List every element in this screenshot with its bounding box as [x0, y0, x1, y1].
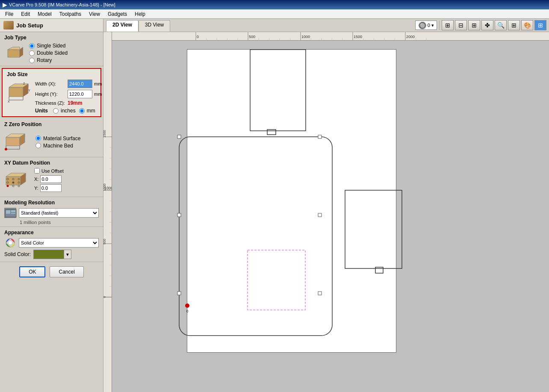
ruler-horizontal: 0500100015002000 [112, 32, 549, 41]
panel-title: Job Setup [16, 22, 43, 29]
x-offset-input[interactable] [40, 175, 62, 183]
width-input[interactable] [68, 80, 92, 88]
appearance-section: Appearance Solid Color Texture [0, 227, 103, 262]
svg-text:2000: 2000 [406, 35, 415, 39]
resolution-select[interactable]: Standard (fastest) High Very High Highes… [19, 208, 99, 218]
thickness-value: 19mm [68, 100, 83, 106]
svg-text:1000: 1000 [104, 186, 112, 190]
svg-text:500: 500 [249, 35, 255, 39]
xy-datum-content: Use Offset X: Y: [4, 168, 99, 194]
job-size-content: X Y Z Width (X): mm Height [7, 80, 96, 114]
ruler-vertical: 0500100015001000 [103, 32, 112, 392]
modeling-resolution-section: Modeling Resolution Standard (fastest) H… [0, 197, 103, 227]
snap-label: 0 ▾ [428, 23, 434, 28]
fit-selection-button[interactable]: ⊟ [455, 20, 467, 30]
svg-point-26 [12, 182, 15, 184]
job-type-section: Job Type Single Sided [0, 32, 103, 66]
job-type-single[interactable]: Single Sided [29, 43, 68, 49]
handle-ml [177, 213, 181, 217]
button-row: OK Cancel [0, 262, 103, 282]
cancel-button[interactable]: Cancel [50, 266, 83, 277]
menu-gadgets[interactable]: Gadgets [104, 10, 130, 18]
svg-point-36 [9, 241, 12, 245]
z-zero-img [4, 130, 28, 154]
svg-rect-32 [6, 210, 10, 214]
x-offset-label: X: [34, 177, 38, 182]
handle-bl [177, 292, 181, 295]
z-zero-content: Material Surface Machine Bed [4, 130, 99, 154]
ruler-v-svg: 0500100015001000 [103, 32, 112, 392]
xy-datum-icon [4, 168, 31, 193]
shape-bottom-right-rect [345, 190, 402, 268]
right-area: 2D View 3D View 🔘 0 ▾ ⊞ ⊟ ⊞ ✤ 🔍 ⊞ 🎨 ⊞ [103, 19, 549, 392]
job-type-double[interactable]: Double Sided [29, 50, 68, 56]
shape-top-rect [250, 50, 306, 131]
modeling-resolution-label: Modeling Resolution [4, 200, 99, 206]
layers-button[interactable]: ⊞ [508, 20, 520, 30]
color-swatch [34, 250, 64, 259]
drawing-svg: 0 [112, 41, 549, 392]
unit-mm[interactable]: mm [79, 108, 95, 114]
svg-text:1500: 1500 [103, 130, 106, 138]
height-unit: mm [94, 91, 102, 97]
handle-tl [177, 135, 181, 139]
appearance-type-select[interactable]: Solid Color Texture [19, 238, 99, 248]
job-size-img: X Y Z [7, 80, 32, 114]
svg-marker-0 [8, 50, 20, 57]
zero-label: 0 [186, 309, 188, 313]
shape-bottom-notch [375, 267, 383, 273]
fit-view-button[interactable]: ⊞ [442, 20, 454, 30]
job-type-rotary[interactable]: Rotary [29, 57, 68, 63]
canvas-area: 0500100015002000 0500100015001000 [103, 32, 549, 392]
thickness-row: Thickness (Z): 19mm [35, 100, 102, 106]
xy-datum-form: Use Offset X: Y: [34, 168, 99, 193]
palette-button[interactable]: 🎨 [521, 20, 533, 30]
z-zero-machine[interactable]: Machine Bed [35, 143, 80, 149]
z-zero-icon [4, 130, 28, 153]
color-label: Solid Color: [4, 251, 31, 257]
shape-large-rounded [179, 137, 332, 336]
z-zero-material[interactable]: Material Surface [35, 136, 80, 141]
menu-edit[interactable]: Edit [18, 10, 33, 18]
color-dropdown-arrow[interactable]: ▼ [64, 250, 71, 259]
svg-point-28 [7, 185, 9, 187]
height-input[interactable] [68, 90, 92, 98]
resolution-row: Standard (fastest) High Very High Highes… [4, 208, 99, 218]
svg-point-18 [5, 148, 7, 150]
job-size-form: Width (X): mm Height (Y): mm Thickness (… [35, 80, 102, 114]
y-offset-input[interactable] [40, 184, 62, 192]
use-offset-checkbox[interactable] [34, 168, 40, 174]
job-setup-icon [3, 21, 14, 29]
grid-button[interactable]: ⊞ [468, 20, 480, 30]
search-button[interactable]: 🔍 [495, 20, 507, 30]
border-button[interactable]: ⊞ [534, 20, 546, 30]
ok-button[interactable]: OK [19, 266, 45, 277]
svg-marker-12 [6, 137, 20, 146]
svg-text:0: 0 [197, 35, 199, 39]
2d-view-tab[interactable]: 2D View [106, 20, 139, 32]
menu-view[interactable]: View [86, 10, 103, 18]
menu-help[interactable]: Help [131, 10, 149, 18]
menu-model[interactable]: Model [34, 10, 55, 18]
y-offset-label: Y: [34, 186, 38, 191]
job-type-radio-group: Single Sided Double Sided Rotary [29, 43, 68, 63]
menu-file[interactable]: File [2, 10, 17, 18]
handle-tr [318, 135, 322, 139]
unit-inches[interactable]: inches [53, 108, 76, 114]
job-size-section: Job Size X Y Z [2, 68, 101, 117]
handle-br [318, 292, 322, 295]
job-size-label: Job Size [7, 71, 96, 77]
svg-marker-19 [6, 177, 21, 185]
snap-button[interactable]: ✤ [481, 20, 493, 30]
job-type-label: Job Type [4, 35, 99, 41]
resolution-icon [4, 208, 16, 218]
svg-point-30 [18, 185, 20, 187]
svg-rect-33 [11, 210, 15, 212]
height-row: Height (Y): mm [35, 90, 102, 98]
3d-view-tab[interactable]: 3D View [139, 20, 170, 32]
snap-dropdown[interactable]: 🔘 0 ▾ [415, 21, 437, 30]
menu-toolpaths[interactable]: Toolpaths [56, 10, 85, 18]
shape-top-notch [267, 130, 276, 135]
color-swatch-container[interactable]: ▼ [33, 250, 71, 259]
job-type-content: Single Sided Double Sided Rotary [4, 43, 99, 63]
